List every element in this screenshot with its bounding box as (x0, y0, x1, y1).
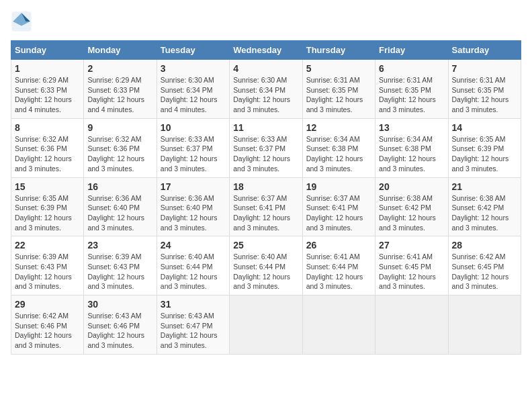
day-number: 14 (452, 122, 517, 133)
day-number: 17 (161, 181, 226, 192)
day-info: Sunrise: 6:30 AMSunset: 6:34 PMDaylight:… (161, 75, 226, 115)
calendar-week-1: 1Sunrise: 6:29 AMSunset: 6:33 PMDaylight… (11, 60, 521, 119)
day-info: Sunrise: 6:35 AMSunset: 6:39 PMDaylight:… (452, 134, 517, 174)
day-number: 27 (379, 240, 444, 250)
day-number: 15 (15, 181, 80, 192)
day-number: 13 (379, 122, 444, 133)
calendar-cell: 2Sunrise: 6:29 AMSunset: 6:33 PMDaylight… (84, 60, 157, 119)
day-info: Sunrise: 6:37 AMSunset: 6:41 PMDaylight:… (233, 193, 298, 233)
calendar-cell: 17Sunrise: 6:36 AMSunset: 6:40 PMDayligh… (157, 177, 229, 236)
day-info: Sunrise: 6:36 AMSunset: 6:40 PMDaylight:… (161, 193, 226, 233)
day-number: 22 (15, 240, 80, 250)
calendar-cell: 15Sunrise: 6:35 AMSunset: 6:39 PMDayligh… (11, 177, 84, 236)
calendar-cell: 4Sunrise: 6:30 AMSunset: 6:34 PMDaylight… (230, 60, 302, 119)
day-info: Sunrise: 6:39 AMSunset: 6:43 PMDaylight:… (15, 252, 80, 291)
column-header-wednesday: Wednesday (230, 41, 302, 60)
day-info: Sunrise: 6:31 AMSunset: 6:35 PMDaylight:… (379, 75, 444, 115)
calendar-cell: 18Sunrise: 6:37 AMSunset: 6:41 PMDayligh… (230, 177, 302, 236)
calendar-cell: 12Sunrise: 6:34 AMSunset: 6:38 PMDayligh… (302, 118, 375, 177)
calendar-body: 1Sunrise: 6:29 AMSunset: 6:33 PMDaylight… (11, 60, 521, 355)
calendar-week-5: 29Sunrise: 6:42 AMSunset: 6:46 PMDayligh… (11, 295, 521, 355)
day-number: 10 (161, 122, 226, 133)
day-info: Sunrise: 6:38 AMSunset: 6:42 PMDaylight:… (452, 193, 517, 233)
day-number: 7 (452, 63, 517, 74)
calendar-cell: 22Sunrise: 6:39 AMSunset: 6:43 PMDayligh… (11, 236, 84, 295)
day-number: 24 (161, 240, 226, 250)
day-info: Sunrise: 6:41 AMSunset: 6:45 PMDaylight:… (379, 252, 444, 291)
calendar-cell: 23Sunrise: 6:39 AMSunset: 6:43 PMDayligh… (84, 236, 157, 295)
column-header-saturday: Saturday (448, 41, 521, 60)
column-header-thursday: Thursday (302, 41, 375, 60)
logo-icon (11, 11, 32, 32)
calendar-cell: 28Sunrise: 6:42 AMSunset: 6:45 PMDayligh… (448, 236, 521, 295)
day-info: Sunrise: 6:43 AMSunset: 6:47 PMDaylight:… (161, 311, 226, 351)
calendar-cell: 25Sunrise: 6:40 AMSunset: 6:44 PMDayligh… (230, 236, 302, 295)
calendar-cell: 6Sunrise: 6:31 AMSunset: 6:35 PMDaylight… (375, 60, 448, 119)
calendar-cell: 13Sunrise: 6:34 AMSunset: 6:38 PMDayligh… (375, 118, 448, 177)
header-row: SundayMondayTuesdayWednesdayThursdayFrid… (11, 41, 521, 60)
day-info: Sunrise: 6:31 AMSunset: 6:35 PMDaylight:… (306, 75, 371, 115)
day-info: Sunrise: 6:40 AMSunset: 6:44 PMDaylight:… (161, 252, 226, 291)
calendar-cell: 9Sunrise: 6:32 AMSunset: 6:36 PMDaylight… (84, 118, 157, 177)
calendar-cell: 24Sunrise: 6:40 AMSunset: 6:44 PMDayligh… (157, 236, 229, 295)
day-info: Sunrise: 6:38 AMSunset: 6:42 PMDaylight:… (379, 193, 444, 233)
day-info: Sunrise: 6:36 AMSunset: 6:40 PMDaylight:… (87, 193, 152, 233)
calendar-cell: 16Sunrise: 6:36 AMSunset: 6:40 PMDayligh… (84, 177, 157, 236)
day-info: Sunrise: 6:37 AMSunset: 6:41 PMDaylight:… (306, 193, 371, 233)
calendar-cell: 11Sunrise: 6:33 AMSunset: 6:37 PMDayligh… (230, 118, 302, 177)
day-number: 21 (452, 181, 517, 192)
calendar-cell: 5Sunrise: 6:31 AMSunset: 6:35 PMDaylight… (302, 60, 375, 119)
calendar-cell: 8Sunrise: 6:32 AMSunset: 6:36 PMDaylight… (11, 118, 84, 177)
calendar-header: SundayMondayTuesdayWednesdayThursdayFrid… (11, 41, 521, 60)
logo (11, 11, 36, 32)
calendar-cell: 26Sunrise: 6:41 AMSunset: 6:44 PMDayligh… (302, 236, 375, 295)
day-number: 12 (306, 122, 371, 133)
calendar-cell (302, 295, 375, 355)
day-info: Sunrise: 6:30 AMSunset: 6:34 PMDaylight:… (233, 75, 298, 115)
day-info: Sunrise: 6:39 AMSunset: 6:43 PMDaylight:… (87, 252, 152, 291)
day-number: 19 (306, 181, 371, 192)
day-info: Sunrise: 6:32 AMSunset: 6:36 PMDaylight:… (87, 134, 152, 174)
calendar-cell: 7Sunrise: 6:31 AMSunset: 6:35 PMDaylight… (448, 60, 521, 119)
day-info: Sunrise: 6:29 AMSunset: 6:33 PMDaylight:… (87, 75, 152, 115)
day-info: Sunrise: 6:34 AMSunset: 6:38 PMDaylight:… (306, 134, 371, 174)
day-number: 20 (379, 181, 444, 192)
day-info: Sunrise: 6:34 AMSunset: 6:38 PMDaylight:… (379, 134, 444, 174)
calendar-cell (375, 295, 448, 355)
day-info: Sunrise: 6:40 AMSunset: 6:44 PMDaylight:… (233, 252, 298, 291)
day-number: 26 (306, 240, 371, 250)
day-info: Sunrise: 6:35 AMSunset: 6:39 PMDaylight:… (15, 193, 80, 233)
day-info: Sunrise: 6:42 AMSunset: 6:46 PMDaylight:… (15, 311, 80, 351)
calendar-cell: 29Sunrise: 6:42 AMSunset: 6:46 PMDayligh… (11, 295, 84, 355)
day-number: 11 (233, 122, 298, 133)
column-header-friday: Friday (375, 41, 448, 60)
day-number: 30 (87, 299, 152, 310)
day-info: Sunrise: 6:33 AMSunset: 6:37 PMDaylight:… (233, 134, 298, 174)
day-number: 5 (306, 63, 371, 74)
calendar-week-4: 22Sunrise: 6:39 AMSunset: 6:43 PMDayligh… (11, 236, 521, 295)
calendar-cell: 14Sunrise: 6:35 AMSunset: 6:39 PMDayligh… (448, 118, 521, 177)
day-info: Sunrise: 6:31 AMSunset: 6:35 PMDaylight:… (452, 75, 517, 115)
day-number: 23 (87, 240, 152, 250)
calendar-cell: 3Sunrise: 6:30 AMSunset: 6:34 PMDaylight… (157, 60, 229, 119)
day-number: 25 (233, 240, 298, 250)
calendar-cell (448, 295, 521, 355)
column-header-monday: Monday (84, 41, 157, 60)
calendar-cell: 27Sunrise: 6:41 AMSunset: 6:45 PMDayligh… (375, 236, 448, 295)
day-number: 1 (15, 63, 80, 74)
day-number: 3 (161, 63, 226, 74)
day-info: Sunrise: 6:43 AMSunset: 6:46 PMDaylight:… (87, 311, 152, 351)
day-number: 29 (15, 299, 80, 310)
calendar-cell (230, 295, 302, 355)
calendar-table: SundayMondayTuesdayWednesdayThursdayFrid… (11, 40, 521, 355)
day-info: Sunrise: 6:29 AMSunset: 6:33 PMDaylight:… (15, 75, 80, 115)
day-info: Sunrise: 6:42 AMSunset: 6:45 PMDaylight:… (452, 252, 517, 291)
day-number: 16 (87, 181, 152, 192)
calendar-cell: 20Sunrise: 6:38 AMSunset: 6:42 PMDayligh… (375, 177, 448, 236)
day-number: 18 (233, 181, 298, 192)
column-header-tuesday: Tuesday (157, 41, 229, 60)
page-header (11, 11, 521, 32)
day-number: 8 (15, 122, 80, 133)
calendar-week-3: 15Sunrise: 6:35 AMSunset: 6:39 PMDayligh… (11, 177, 521, 236)
calendar-week-2: 8Sunrise: 6:32 AMSunset: 6:36 PMDaylight… (11, 118, 521, 177)
